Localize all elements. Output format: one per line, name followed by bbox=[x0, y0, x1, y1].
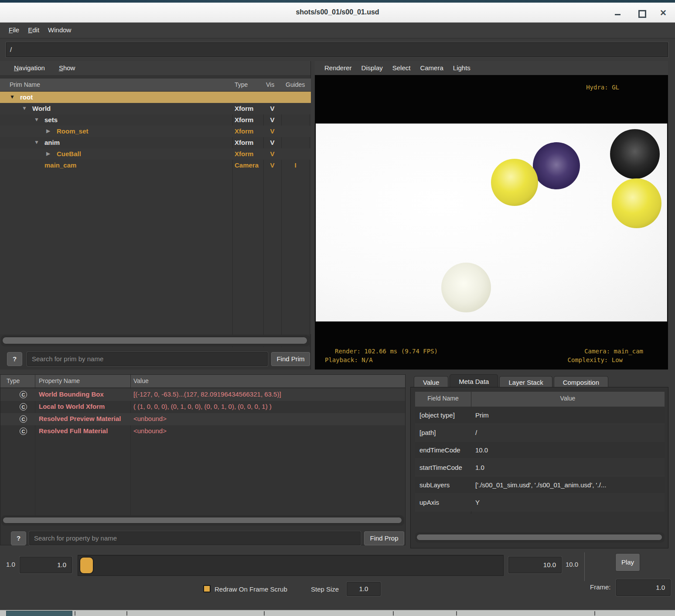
collapse-icon[interactable]: ▼ bbox=[10, 94, 15, 100]
col-prop-name[interactable]: Property Name bbox=[39, 377, 80, 384]
yellow-ball-right bbox=[612, 178, 661, 228]
window-title: shots/s00_01/s00_01.usd bbox=[0, 8, 675, 16]
metadata-field-name: upAxis bbox=[419, 499, 439, 506]
prim-search-input[interactable]: Search for prim by name bbox=[27, 352, 268, 366]
viewport-panel: RendererDisplaySelectCameraLights Hydra:… bbox=[315, 61, 668, 370]
menu-edit[interactable]: Edit bbox=[28, 26, 39, 34]
col-guides[interactable]: Guides bbox=[286, 81, 305, 88]
expand-icon[interactable]: ▶ bbox=[46, 128, 50, 134]
prim-tree: ▼root▼WorldXformV▼setsXformV▶Room_setXfo… bbox=[0, 92, 311, 334]
find-prim-button[interactable]: Find Prim bbox=[271, 352, 310, 366]
prim-search-help-button[interactable]: ? bbox=[7, 352, 22, 366]
titlebar[interactable]: shots/s00_01/s00_01.usd ✕ bbox=[0, 3, 675, 23]
viewport-menu-renderer[interactable]: Renderer bbox=[324, 64, 352, 72]
menu-window[interactable]: Window bbox=[48, 26, 71, 34]
menubar: FileEditWindow bbox=[0, 23, 675, 38]
redraw-on-scrub-checkbox[interactable] bbox=[203, 585, 211, 592]
collapse-icon[interactable]: ▼ bbox=[22, 105, 27, 111]
desktop-taskbar-sliver bbox=[0, 610, 675, 616]
property-search-input[interactable]: Search for property by name bbox=[29, 531, 361, 545]
play-button[interactable]: Play bbox=[615, 553, 640, 572]
timeline-controls: 1.0 1.0 10.0 10.0 Play Redraw On Frame S… bbox=[0, 549, 675, 610]
tree-hscrollbar-thumb[interactable] bbox=[2, 337, 307, 344]
frame-slider-handle[interactable] bbox=[79, 557, 94, 574]
expand-icon[interactable]: ▶ bbox=[46, 151, 50, 157]
viewport-menu-select[interactable]: Select bbox=[392, 64, 411, 72]
hud-playback: Playback: N/A bbox=[325, 356, 373, 363]
collapse-icon[interactable]: ▼ bbox=[34, 116, 39, 123]
prim-visibility[interactable]: V bbox=[263, 161, 281, 169]
viewport-menubar: RendererDisplaySelectCameraLights bbox=[315, 61, 668, 75]
property-value: <unbound> bbox=[133, 415, 167, 422]
taskbar-item[interactable] bbox=[6, 611, 72, 616]
tab-value[interactable]: Value bbox=[414, 376, 448, 388]
viewport-menu-lights[interactable]: Lights bbox=[453, 64, 470, 72]
property-name: World Bounding Box bbox=[39, 390, 104, 398]
frame-slider[interactable] bbox=[78, 555, 504, 576]
metadata-row[interactable]: upAxisY bbox=[415, 494, 665, 511]
property-row[interactable]: CResolved Full Material<unbound> bbox=[0, 425, 405, 438]
step-size-input[interactable]: 1.0 bbox=[347, 582, 381, 596]
tree-row-world[interactable]: ▼WorldXformV bbox=[0, 103, 311, 114]
prim-visibility[interactable]: V bbox=[263, 139, 281, 146]
find-prop-button[interactable]: Find Prop bbox=[364, 531, 404, 545]
metadata-hscrollbar-thumb[interactable] bbox=[416, 534, 662, 541]
range-end-input[interactable]: 10.0 bbox=[508, 557, 562, 573]
prim-menu-show[interactable]: Show bbox=[59, 64, 75, 72]
metadata-row[interactable]: [object type]Prim bbox=[415, 407, 665, 424]
tree-row-cueball[interactable]: ▶CueBallXformV bbox=[0, 148, 311, 160]
prim-menu-navigation[interactable]: Navigation bbox=[14, 64, 45, 72]
prim-visibility[interactable]: V bbox=[263, 105, 281, 112]
col-prim-name[interactable]: Prim Name bbox=[10, 81, 40, 88]
property-search-help-button[interactable]: ? bbox=[11, 531, 26, 545]
hud-complexity: Complexity: Low bbox=[568, 356, 623, 363]
viewport-3d[interactable]: Hydra: GL Render: 102.66 ms (9.74 FPS) P… bbox=[315, 75, 668, 370]
viewport-menu-camera[interactable]: Camera bbox=[420, 64, 443, 72]
frame-input[interactable]: 1.0 bbox=[616, 579, 671, 596]
minimize-button[interactable] bbox=[612, 9, 624, 17]
prim-visibility[interactable]: V bbox=[263, 116, 281, 123]
close-button[interactable]: ✕ bbox=[658, 9, 669, 17]
metadata-field-value: Y bbox=[475, 499, 480, 506]
prim-visibility[interactable]: V bbox=[263, 127, 281, 135]
prim-name: sets bbox=[44, 116, 58, 123]
property-hscrollbar-thumb[interactable] bbox=[3, 517, 402, 524]
range-start-input[interactable]: 1.0 bbox=[20, 557, 72, 573]
tab-composition[interactable]: Composition bbox=[554, 376, 608, 388]
tree-row-root[interactable]: ▼root bbox=[0, 92, 311, 103]
tree-hscrollbar-track[interactable] bbox=[1, 335, 310, 346]
col-prop-value[interactable]: Value bbox=[133, 377, 149, 384]
prim-path-input[interactable]: / bbox=[6, 42, 668, 57]
viewport-menu-display[interactable]: Display bbox=[361, 64, 383, 72]
metadata-row[interactable]: endTimeCode10.0 bbox=[415, 441, 665, 459]
tree-row-main_cam[interactable]: main_camCameraVI bbox=[0, 160, 311, 171]
col-field-name[interactable]: Field Name bbox=[415, 395, 471, 402]
col-vis[interactable]: Vis bbox=[266, 81, 274, 88]
metadata-row[interactable]: [path]/ bbox=[415, 424, 665, 441]
prim-visibility[interactable]: V bbox=[263, 150, 281, 157]
property-panel: Type Property Name Value CWorld Bounding… bbox=[0, 374, 406, 545]
metadata-row[interactable]: startTimeCode1.0 bbox=[415, 459, 665, 476]
property-row[interactable]: CWorld Bounding Box[(-127, 0, -63.5)...(… bbox=[0, 389, 405, 401]
tab-layer-stack[interactable]: Layer Stack bbox=[499, 376, 552, 388]
property-hscrollbar-track[interactable] bbox=[1, 515, 404, 526]
col-field-value[interactable]: Value bbox=[471, 395, 665, 402]
tab-meta-data[interactable]: Meta Data bbox=[450, 374, 498, 388]
prim-tree-panel: NavigationShow Prim Name Type Vis Guides… bbox=[0, 61, 311, 370]
metadata-row[interactable]: subLayers['./s00_01_sim.usd', './s00_01_… bbox=[415, 476, 665, 494]
col-prop-type[interactable]: Type bbox=[7, 377, 20, 384]
property-row[interactable]: CResolved Preview Material<unbound> bbox=[0, 413, 405, 425]
menu-file[interactable]: File bbox=[9, 26, 19, 34]
tree-row-room_set[interactable]: ▶Room_setXformV bbox=[0, 126, 311, 137]
col-type[interactable]: Type bbox=[235, 81, 248, 88]
collapse-icon[interactable]: ▼ bbox=[34, 139, 39, 145]
tree-row-anim[interactable]: ▼animXformV bbox=[0, 137, 311, 148]
tree-row-sets[interactable]: ▼setsXformV bbox=[0, 114, 311, 126]
metadata-hscrollbar-track[interactable] bbox=[415, 532, 665, 543]
metadata-field-name: [object type] bbox=[419, 411, 455, 419]
property-value: ( (1, 0, 0, 0), (0, 1, 0, 0), (0, 0, 1, … bbox=[133, 403, 272, 410]
property-row[interactable]: CLocal to World Xform( (1, 0, 0, 0), (0,… bbox=[0, 401, 405, 413]
maximize-button[interactable] bbox=[636, 9, 647, 17]
property-name: Local to World Xform bbox=[39, 403, 105, 410]
taskbar-tick bbox=[126, 611, 127, 616]
